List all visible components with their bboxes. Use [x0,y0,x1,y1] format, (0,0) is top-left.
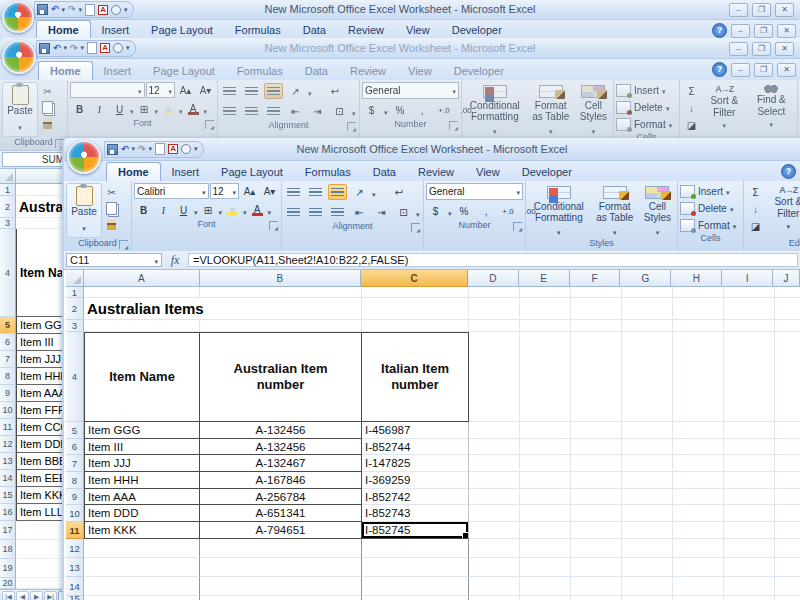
tab-developer[interactable]: Developer [511,163,583,181]
tab-review[interactable]: Review [337,21,395,39]
name-box[interactable]: C11 [66,253,162,267]
cell[interactable] [84,539,200,558]
decrease-indent-button[interactable]: ⇤ [286,103,305,119]
cell-A2-heading[interactable]: Australian Items [84,298,362,320]
cell[interactable] [571,320,622,332]
find-select-button[interactable]: Find & Select [748,82,795,137]
insert-cells-button[interactable]: Insert [616,83,677,98]
undo-icon[interactable]: ↶ [121,145,129,154]
row-header-2[interactable]: 2 [66,298,84,320]
restore-button[interactable]: ❐ [752,42,771,56]
cell[interactable] [571,577,622,596]
redo-icon[interactable]: ↷ [70,44,78,53]
save-icon[interactable] [37,4,48,15]
cell[interactable] [200,596,362,600]
cell[interactable] [673,439,724,455]
cell[interactable] [84,287,200,298]
row-header-7[interactable]: 7 [66,455,84,472]
cell-C6[interactable]: I-852744 [362,439,469,455]
underline-button[interactable]: U [174,202,193,218]
new-document-icon[interactable] [87,42,97,54]
underline-button[interactable]: U [110,101,129,117]
font-color-icon[interactable]: A [168,144,178,154]
redo-icon[interactable]: ↷ [68,5,76,14]
first-sheet-icon[interactable]: |◀ [2,591,15,600]
increase-indent-button[interactable]: ⇥ [308,103,327,119]
cell[interactable] [469,332,520,422]
close-button[interactable]: ✕ [775,3,794,17]
cell[interactable] [775,539,800,558]
cell[interactable] [673,287,724,298]
customize-qat-icon[interactable]: ▾ [194,145,198,153]
cell[interactable] [673,455,724,472]
restore-workbook-button[interactable]: ❐ [754,63,773,77]
cell-C7[interactable]: I-147825 [362,455,469,472]
cell[interactable] [622,505,673,522]
autosum-button[interactable]: Σ [682,83,701,99]
cell[interactable] [775,332,800,422]
row-header-17[interactable]: 17 [0,521,16,540]
tab-review[interactable]: Review [407,163,465,181]
clear-button[interactable]: ◪ [746,218,765,234]
cell[interactable] [673,577,724,596]
cell-B10[interactable]: A-651341 [200,505,362,522]
cell-A5[interactable]: Item GGG [84,422,200,439]
row-header-11[interactable]: 11 [0,419,16,436]
format-painter-icon[interactable] [40,116,55,130]
row-header-7[interactable]: 7 [0,351,16,368]
row-header-13[interactable]: 13 [0,453,16,470]
wrap-text-button[interactable]: ↩ [326,83,345,99]
column-header-D[interactable]: D [468,270,519,287]
column-header-F[interactable]: F [570,270,621,287]
format-as-table-button[interactable]: Format as Table [528,82,574,137]
row-header-12[interactable]: 12 [66,539,84,558]
cell[interactable] [520,522,571,539]
cell[interactable] [724,596,775,600]
cell[interactable] [469,505,520,522]
row-header-14[interactable]: 14 [0,470,16,487]
increase-decimal-button[interactable]: +.0 [435,102,454,118]
cell[interactable] [622,287,673,298]
cell[interactable] [200,287,362,298]
align-bottom-button[interactable] [328,184,347,200]
row-header-15[interactable]: 15 [66,596,84,600]
dialog-launcher-icon[interactable] [119,240,128,249]
cell[interactable] [469,596,520,600]
customize-qat-icon[interactable]: ▾ [126,44,130,52]
cell-A9[interactable]: Item AAA [84,489,200,505]
cell[interactable] [362,287,469,298]
cell[interactable] [571,455,622,472]
italic-button[interactable]: I [90,101,109,117]
row-header-9[interactable]: 9 [66,489,84,505]
help-icon[interactable]: ? [781,164,796,179]
align-center-button[interactable] [242,103,261,119]
cell-B5[interactable]: A-132456 [200,422,362,439]
align-top-button[interactable] [220,83,239,99]
cell[interactable] [469,539,520,558]
font-name-box[interactable]: Calibri [134,183,209,199]
new-document-icon[interactable] [85,4,95,16]
row-header-15[interactable]: 15 [0,487,16,504]
cell[interactable] [775,455,800,472]
cell[interactable] [673,522,724,539]
decrease-indent-button[interactable]: ⇤ [350,204,369,220]
cell[interactable] [362,298,469,320]
cell[interactable] [673,539,724,558]
minimize-button[interactable]: – [729,42,748,56]
tab-data[interactable]: Data [294,62,339,80]
cell[interactable] [469,558,520,577]
cell[interactable] [775,287,800,298]
tab-insert[interactable]: Insert [91,21,141,39]
cell[interactable] [469,472,520,489]
cell[interactable] [84,596,200,600]
cell[interactable] [571,439,622,455]
font-name-box[interactable] [70,82,145,98]
minimize-button[interactable]: – [729,3,748,17]
column-header-H[interactable]: H [671,270,722,287]
cell[interactable] [571,539,622,558]
italic-button[interactable]: I [154,202,173,218]
help-icon[interactable]: ? [712,23,727,38]
cell[interactable] [520,455,571,472]
merge-center-button[interactable]: ⊡ [330,103,349,119]
font-color-button[interactable]: A [184,101,203,117]
